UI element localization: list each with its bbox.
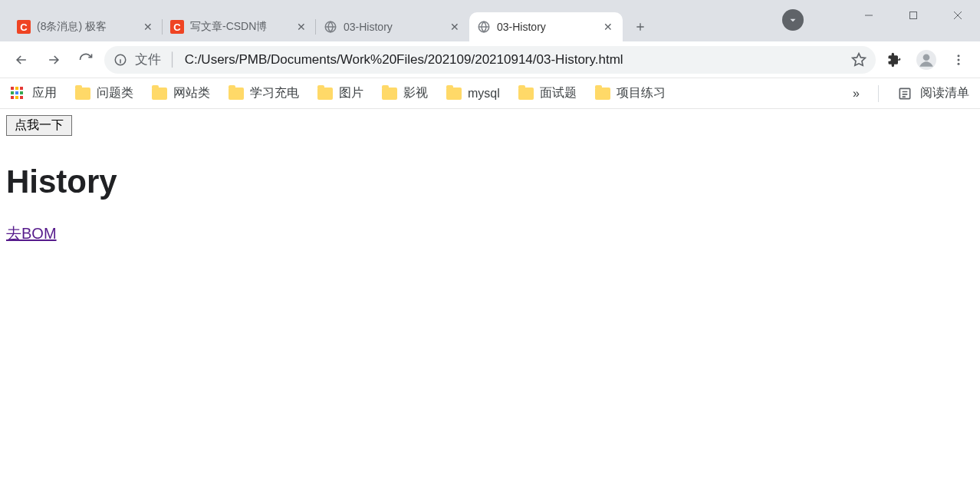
profile-button[interactable] [913, 46, 940, 74]
folder-icon [446, 88, 462, 100]
tab-close-icon[interactable]: ✕ [448, 20, 462, 34]
folder-icon [75, 88, 90, 100]
bookmarks-overflow[interactable]: » [853, 87, 860, 101]
bookmark-label: 图片 [339, 85, 363, 101]
folder-icon [152, 88, 167, 100]
address-file-label: 文件 [135, 51, 161, 68]
globe-icon [477, 20, 491, 34]
folder-icon [229, 88, 244, 100]
window-close-button[interactable] [936, 0, 980, 31]
page-heading: History [6, 163, 974, 200]
extensions-button[interactable] [880, 46, 908, 74]
apps-label: 应用 [32, 85, 57, 101]
globe-icon [324, 20, 337, 34]
bookmark-folder-6[interactable]: 面试题 [518, 85, 577, 101]
divider [878, 85, 879, 102]
tab-close-icon[interactable]: ✕ [601, 20, 615, 34]
tab-0[interactable]: C (8条消息) 极客 ✕ [9, 12, 163, 41]
go-bom-link[interactable]: 去BOM [6, 225, 57, 242]
bookmark-label: 问题类 [97, 85, 133, 101]
bookmark-label: mysql [468, 87, 500, 101]
bookmark-folder-1[interactable]: 网站类 [152, 85, 210, 101]
bookmarks-apps[interactable]: 应用 [11, 85, 57, 101]
back-button[interactable] [8, 46, 35, 74]
folder-icon [595, 88, 610, 100]
chevron-double-right-icon: » [853, 87, 860, 101]
tab-1[interactable]: C 写文章-CSDN博 ✕ [163, 12, 316, 41]
folder-icon [317, 88, 333, 100]
tab-close-icon[interactable]: ✕ [141, 20, 155, 34]
page-content: 点我一下 History 去BOM [0, 109, 980, 502]
address-bar[interactable]: 文件 │ C:/Users/PMB/Documents/Work%20Files… [104, 46, 876, 74]
reading-list-label: 阅读清单 [920, 85, 969, 101]
reading-list-button[interactable]: 阅读清单 [897, 85, 969, 101]
window-maximize-button[interactable] [891, 0, 936, 31]
reload-button[interactable] [72, 46, 100, 74]
search-tabs-button[interactable] [782, 9, 804, 31]
bookmark-folder-5[interactable]: mysql [446, 87, 500, 101]
tab-strip: C (8条消息) 极客 ✕ C 写文章-CSDN博 ✕ 03-History ✕ [0, 0, 652, 41]
bookmark-label: 面试题 [540, 85, 577, 101]
folder-icon [518, 88, 534, 100]
csdn-favicon-icon: C [170, 20, 184, 34]
svg-point-5 [923, 54, 930, 61]
svg-point-7 [958, 58, 960, 61]
apps-grid-icon [11, 87, 25, 101]
svg-point-8 [958, 62, 960, 64]
site-info-icon[interactable] [113, 53, 127, 67]
svg-point-6 [958, 54, 960, 57]
new-tab-button[interactable] [629, 15, 652, 38]
bookmark-folder-0[interactable]: 问题类 [75, 85, 133, 101]
title-bar: C (8条消息) 极客 ✕ C 写文章-CSDN博 ✕ 03-History ✕ [0, 0, 980, 41]
bookmark-label: 网站类 [173, 85, 210, 101]
address-url: C:/Users/PMB/Documents/Work%20Files/2021… [185, 52, 844, 68]
bookmark-label: 学习充电 [250, 85, 299, 101]
bookmark-label: 影视 [403, 85, 428, 101]
tab-title: 写文章-CSDN博 [190, 20, 288, 34]
click-me-button[interactable]: 点我一下 [6, 115, 72, 136]
address-separator: │ [169, 52, 177, 68]
forward-button[interactable] [40, 46, 67, 74]
tab-2[interactable]: 03-History ✕ [316, 12, 469, 41]
tab-close-icon[interactable]: ✕ [294, 20, 308, 34]
folder-icon [382, 88, 397, 100]
bookmark-folder-3[interactable]: 图片 [317, 85, 363, 101]
tab-3-active[interactable]: 03-History ✕ [469, 12, 623, 41]
toolbar: 文件 │ C:/Users/PMB/Documents/Work%20Files… [0, 41, 980, 78]
window-controls [847, 0, 980, 31]
chrome-menu-button[interactable] [945, 46, 972, 74]
bookmark-label: 项目练习 [617, 85, 666, 101]
bookmark-folder-2[interactable]: 学习充电 [229, 85, 299, 101]
bookmark-star-icon[interactable] [851, 52, 867, 68]
bookmark-folder-4[interactable]: 影视 [382, 85, 428, 101]
tab-title: 03-History [497, 21, 595, 33]
window-minimize-button[interactable] [847, 0, 891, 31]
tab-title: (8条消息) 极客 [37, 20, 135, 34]
bookmarks-bar: 应用 问题类 网站类 学习充电 图片 影视 mysql 面试题 项目练习 » [0, 78, 980, 109]
csdn-favicon-icon: C [17, 20, 31, 34]
tab-title: 03-History [344, 21, 442, 33]
bookmark-folder-7[interactable]: 项目练习 [595, 85, 666, 101]
svg-rect-2 [910, 12, 917, 19]
reading-list-icon [897, 86, 913, 101]
